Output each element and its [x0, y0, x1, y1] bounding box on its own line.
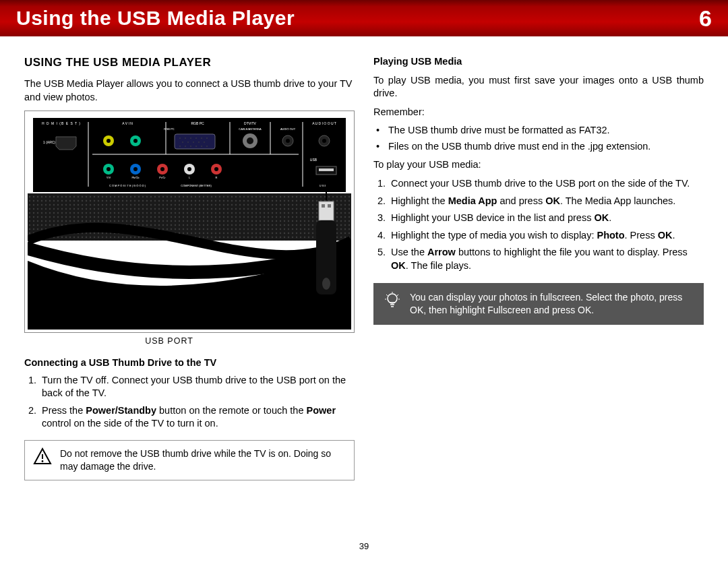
svg-point-38	[201, 137, 202, 139]
svg-point-78	[42, 460, 44, 462]
svg-point-43	[198, 142, 200, 143]
usb-port-label: USB PORT	[24, 336, 314, 347]
list-item: Turn the TV off. Connect your USB thumb …	[39, 374, 355, 400]
svg-text:H D M I (B E S T ): H D M I (B E S T )	[42, 121, 81, 125]
svg-text:CABLE/ANTENNA: CABLE/ANTENNA	[239, 127, 262, 131]
list-item: Highlight your USB device in the list an…	[388, 212, 704, 225]
svg-text:A V  I N: A V I N	[122, 121, 133, 125]
svg-point-60	[133, 167, 138, 171]
svg-point-30	[107, 139, 111, 143]
chapter-title: Using the USB Media Player	[16, 7, 295, 30]
list-item: Press the Power/Standby button on the re…	[39, 404, 355, 431]
svg-point-54	[286, 139, 290, 143]
svg-point-75	[322, 278, 330, 290]
svg-text:U S B: U S B	[320, 184, 327, 187]
right-column: Playing USB Media To play USB media, you…	[373, 55, 704, 490]
connect-steps-list: Turn the TV off. Connect your USB thumb …	[24, 374, 355, 431]
remember-label: Remember:	[373, 106, 704, 119]
play-steps-list: Connect your USB thumb drive to the USB …	[373, 177, 704, 272]
svg-point-58	[107, 167, 111, 171]
tip-box: You can display your photos in fullscree…	[373, 283, 704, 325]
svg-point-35	[185, 137, 186, 139]
svg-point-36	[190, 137, 191, 139]
svg-text:RGB PC: RGB PC	[164, 127, 174, 131]
svg-point-62	[160, 167, 164, 171]
tip-text: You can display your photos in fullscree…	[410, 291, 694, 317]
svg-point-46	[185, 146, 186, 147]
svg-rect-4	[33, 118, 346, 192]
page-number: 39	[0, 541, 728, 551]
svg-point-44	[204, 142, 205, 143]
caution-box: Do not remove the USB thumb drive while …	[24, 440, 355, 480]
intro-paragraph: The USB Media Player allows you to conne…	[24, 77, 355, 104]
list-item: Files on the USB thumb drive must end in…	[388, 140, 704, 154]
subheading-playing: Playing USB Media	[373, 55, 704, 69]
svg-point-66	[214, 167, 218, 171]
svg-point-47	[190, 146, 191, 147]
svg-text:Y/V: Y/V	[107, 176, 111, 179]
svg-point-40	[182, 142, 183, 143]
list-item: Highlight the type of media you wish to …	[388, 229, 704, 243]
list-item: Connect your USB thumb drive to the USB …	[388, 177, 704, 191]
svg-point-50	[206, 146, 208, 147]
svg-line-81	[386, 294, 388, 296]
svg-point-39	[206, 137, 208, 139]
chapter-header: Using the USB Media Player 6	[0, 0, 728, 36]
svg-point-79	[388, 294, 397, 303]
caution-text: Do not remove the USB thumb drive while …	[60, 447, 346, 473]
list-item: Highlight the Media App and press OK. Th…	[388, 195, 704, 208]
chapter-number: 6	[699, 5, 712, 32]
list-item: The USB thumb drive must be formatted as…	[388, 124, 704, 137]
svg-text:Pb/Cb: Pb/Cb	[131, 176, 140, 179]
svg-rect-72	[322, 204, 325, 208]
svg-text:1
(ARC): 1 (ARC)	[43, 140, 55, 144]
svg-point-48	[195, 146, 197, 147]
svg-text:DTV/TV: DTV/TV	[244, 121, 256, 125]
svg-text:USB: USB	[310, 158, 317, 162]
svg-rect-73	[328, 204, 331, 208]
tv-back-svg: H D M I (B E S T ) A V I N RGB PC DTV/TV…	[28, 114, 351, 330]
remember-list: The USB thumb drive must be formatted as…	[373, 124, 704, 153]
svg-text:Pr/Cr: Pr/Cr	[159, 176, 166, 179]
tv-ports-figure: H D M I (B E S T ) A V I N RGB PC DTV/TV…	[24, 111, 355, 333]
svg-text:C O M P O S I T E  ( G O O D ): C O M P O S I T E ( G O O D )	[109, 184, 146, 187]
to-play-label: To play your USB media:	[373, 158, 704, 172]
left-column: USING THE USB MEDIA PLAYER The USB Media…	[24, 55, 355, 490]
play-intro: To play USB media, you must first save y…	[373, 74, 704, 100]
svg-text:COMPONENT (BETTER): COMPONENT (BETTER)	[181, 184, 212, 187]
warning-icon	[33, 447, 52, 466]
svg-rect-68	[319, 168, 334, 171]
svg-point-42	[193, 142, 194, 143]
svg-point-64	[187, 167, 191, 171]
svg-text:AUDIO OUT: AUDIO OUT	[280, 127, 296, 131]
section-heading: USING THE USB MEDIA PLAYER	[24, 55, 355, 71]
svg-point-49	[201, 146, 202, 147]
svg-point-45	[179, 146, 181, 147]
svg-text:A U D I O O U T: A U D I O O U T	[312, 121, 336, 125]
svg-point-56	[322, 139, 326, 143]
list-item: Use the Arrow buttons to highlight the f…	[388, 246, 704, 272]
lightbulb-icon	[383, 291, 402, 310]
svg-point-41	[187, 142, 189, 143]
subheading-connecting: Connecting a USB Thumb Drive to the TV	[24, 356, 355, 370]
svg-point-37	[195, 137, 197, 139]
svg-text:R: R	[216, 176, 218, 179]
svg-point-34	[179, 137, 181, 139]
svg-point-32	[133, 139, 138, 143]
svg-rect-33	[175, 134, 215, 149]
svg-rect-71	[319, 201, 334, 220]
svg-point-52	[247, 137, 253, 144]
svg-text:RGB PC: RGB PC	[191, 121, 204, 125]
svg-line-82	[397, 294, 398, 296]
